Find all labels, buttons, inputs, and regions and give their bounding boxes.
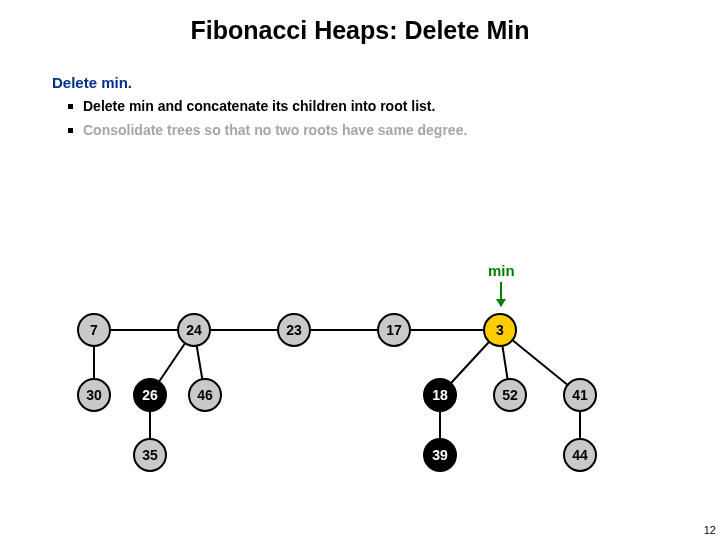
min-arrow-icon (500, 282, 502, 306)
node-30: 30 (77, 378, 111, 412)
node-52: 52 (493, 378, 527, 412)
bullet-dot-icon (68, 104, 73, 109)
node-44: 44 (563, 438, 597, 472)
bullet-text-2: Consolidate trees so that no two roots h… (83, 122, 467, 138)
node-26: 26 (133, 378, 167, 412)
bullet-list: Delete min and concatenate its children … (68, 98, 467, 146)
node-39: 39 (423, 438, 457, 472)
node-17: 17 (377, 313, 411, 347)
node-35: 35 (133, 438, 167, 472)
node-3: 3 (483, 313, 517, 347)
min-label: min (488, 262, 515, 279)
subtitle: Delete min. (52, 74, 132, 91)
node-24: 24 (177, 313, 211, 347)
page-number: 12 (704, 524, 716, 536)
bullet-item-2: Consolidate trees so that no two roots h… (68, 122, 467, 138)
bullet-item-1: Delete min and concatenate its children … (68, 98, 467, 114)
page-title: Fibonacci Heaps: Delete Min (0, 0, 720, 45)
bullet-dot-icon (68, 128, 73, 133)
bullet-text-1: Delete min and concatenate its children … (83, 98, 435, 114)
node-23: 23 (277, 313, 311, 347)
node-18: 18 (423, 378, 457, 412)
node-41: 41 (563, 378, 597, 412)
node-46: 46 (188, 378, 222, 412)
node-7: 7 (77, 313, 111, 347)
